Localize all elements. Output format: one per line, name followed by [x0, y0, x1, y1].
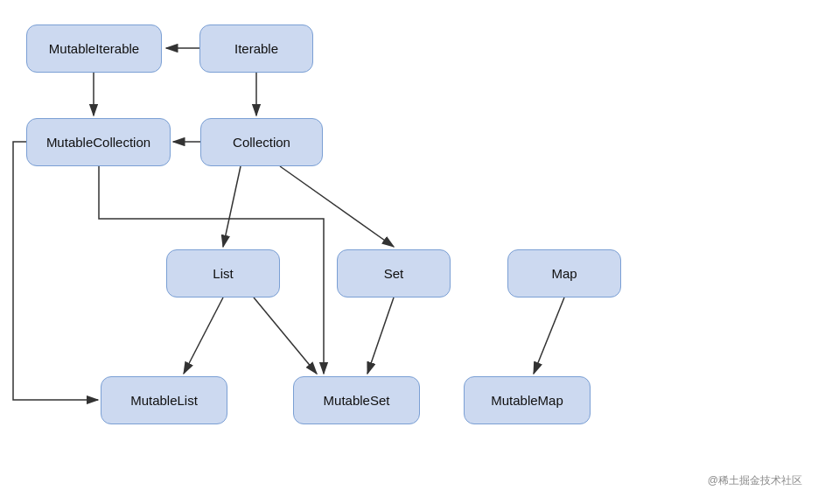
node-mutableiterable: MutableIterable: [26, 24, 162, 73]
diagram-container: MutableIterable Iterable MutableCollecti…: [0, 0, 818, 504]
svg-line-6: [280, 166, 394, 247]
svg-line-10: [254, 298, 317, 374]
node-map: Map: [507, 249, 621, 298]
watermark: @稀土掘金技术社区: [708, 473, 802, 488]
node-mutablecollection: MutableCollection: [26, 118, 171, 166]
svg-line-9: [534, 298, 564, 374]
node-mutablemap: MutableMap: [464, 376, 591, 424]
node-set: Set: [337, 249, 451, 298]
node-collection: Collection: [200, 118, 323, 166]
node-list: List: [166, 249, 280, 298]
node-mutableset: MutableSet: [293, 376, 420, 424]
svg-line-7: [184, 298, 223, 374]
svg-line-8: [367, 298, 394, 374]
node-mutablelist: MutableList: [101, 376, 227, 424]
node-iterable: Iterable: [199, 24, 313, 73]
svg-line-5: [223, 166, 241, 247]
